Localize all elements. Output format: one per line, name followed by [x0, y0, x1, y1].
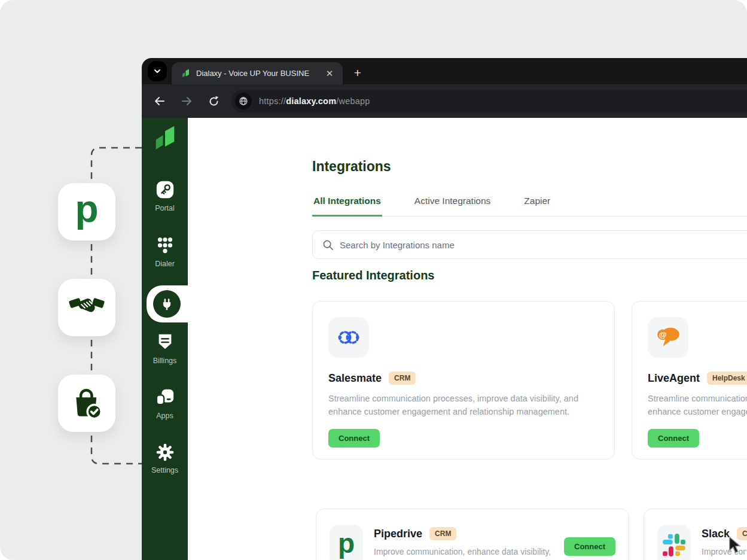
site-globe-icon — [235, 93, 252, 109]
dialpad-icon — [155, 235, 175, 255]
browser-tabstrip: Dialaxy - Voice UP Your BUSINE ✕ + — [142, 58, 747, 84]
dialaxy-logo-icon — [153, 125, 177, 153]
integrations-tabs: All Integrations Active Integrations Zap… — [312, 192, 747, 217]
url-text: https://dialaxy.com/webapp — [259, 96, 370, 106]
forward-arrow-icon — [181, 96, 193, 106]
featured-heading: Featured Integrations — [312, 269, 434, 282]
sidebar-item-billings[interactable]: Billings — [142, 332, 188, 365]
card-description: Improve communication, enhance data visi… — [374, 546, 553, 560]
tab-search-button[interactable] — [148, 61, 167, 81]
card-name: LiveAgent — [648, 372, 700, 385]
sidebar-item-label: Billings — [153, 357, 177, 365]
gear-icon — [156, 443, 175, 462]
sidebar-item-label: Settings — [151, 466, 178, 474]
handshake-icon — [69, 290, 105, 325]
sidebar-item-label: Apps — [156, 412, 173, 420]
app-sidebar: Portal Dialer — [142, 118, 188, 560]
browser-window: Dialaxy - Voice UP Your BUSINE ✕ + — [142, 58, 747, 560]
slack-logo-icon — [662, 533, 686, 557]
mouse-cursor — [728, 536, 744, 554]
forward-button[interactable] — [178, 93, 195, 109]
card-name: Slack — [702, 528, 730, 540]
main-content: Integrations All Integrations Active Int… — [188, 118, 747, 560]
sidebar-item-label: Dialer — [155, 260, 175, 268]
back-button[interactable] — [151, 93, 168, 109]
url-bar[interactable]: https://dialaxy.com/webapp — [231, 90, 747, 112]
category-badge: CRM — [429, 527, 456, 540]
slack-logo-tile — [657, 525, 691, 560]
sidebar-item-integrations-selected[interactable] — [147, 285, 188, 322]
sidebar-item-portal[interactable]: Portal — [142, 179, 188, 212]
key-icon — [155, 179, 175, 200]
pipedrive-logo-icon: p — [338, 529, 355, 557]
liveagent-logo-tile: @ — [648, 317, 688, 358]
search-icon — [322, 239, 334, 251]
tab-active-integrations[interactable]: Active Integrations — [413, 192, 492, 216]
tab-close-icon[interactable]: ✕ — [323, 67, 336, 80]
apps-icon — [155, 387, 175, 407]
sidebar-item-dialer[interactable]: Dialer — [142, 235, 188, 268]
category-badge: CRM — [389, 372, 416, 385]
card-description: Streamline communication processes, impr… — [648, 392, 747, 419]
back-arrow-icon — [154, 96, 166, 106]
search-bar[interactable] — [312, 230, 747, 259]
reload-button[interactable] — [205, 93, 222, 109]
tab-all-integrations[interactable]: All Integrations — [312, 192, 382, 217]
browser-tab-dialaxy[interactable]: Dialaxy - Voice UP Your BUSINE ✕ — [172, 62, 343, 84]
pipedrive-logo-tile: p — [330, 525, 363, 560]
card-name: Salesmate — [328, 372, 382, 385]
promo-pipedrive-tile: p — [58, 183, 115, 241]
sidebar-item-apps[interactable]: Apps — [142, 387, 188, 420]
salesmate-logo-icon — [336, 325, 361, 350]
dialaxy-favicon — [181, 69, 190, 78]
integration-card-salesmate[interactable]: Salesmate CRM Streamline communication p… — [312, 301, 615, 459]
new-tab-button[interactable]: + — [349, 64, 367, 82]
svg-text:@: @ — [659, 330, 667, 339]
shopping-bag-check-icon — [68, 385, 105, 422]
reload-icon — [208, 96, 219, 107]
connect-button[interactable]: Connect — [648, 429, 699, 448]
browser-toolbar: https://dialaxy.com/webapp — [142, 84, 747, 118]
tab-title: Dialaxy - Voice UP Your BUSINE — [196, 69, 323, 78]
chevron-down-icon — [153, 67, 161, 75]
card-name: Pipedrive — [374, 528, 422, 540]
billing-shield-icon — [155, 332, 175, 352]
screenshot-stage: p — [0, 0, 747, 560]
integrations-circle — [153, 290, 181, 318]
pipedrive-logo-icon: p — [75, 190, 98, 228]
sidebar-item-label: Portal — [155, 204, 175, 212]
dialaxy-logo[interactable] — [142, 125, 188, 153]
liveagent-logo-icon: @ — [654, 324, 682, 351]
search-input[interactable] — [340, 240, 699, 250]
connect-button[interactable]: Connect — [564, 537, 615, 556]
integration-card-liveagent[interactable]: @ LiveAgent HelpDesk Streamline communic… — [632, 301, 747, 459]
integration-card-pipedrive[interactable]: p Pipedrive CRM Improve communication, e… — [316, 509, 629, 560]
connect-button[interactable]: Connect — [328, 429, 380, 448]
category-badge: HelpDesk — [707, 372, 747, 385]
promo-purchase-tile — [58, 375, 115, 432]
salesmate-logo-tile — [328, 317, 369, 358]
card-description: Streamline communication processes, impr… — [328, 392, 601, 419]
plug-icon — [159, 296, 175, 312]
sidebar-item-settings[interactable]: Settings — [142, 443, 188, 474]
tab-zapier[interactable]: Zapier — [523, 192, 551, 216]
page-title: Integrations — [312, 159, 391, 175]
promo-partnership-tile — [58, 279, 115, 336]
